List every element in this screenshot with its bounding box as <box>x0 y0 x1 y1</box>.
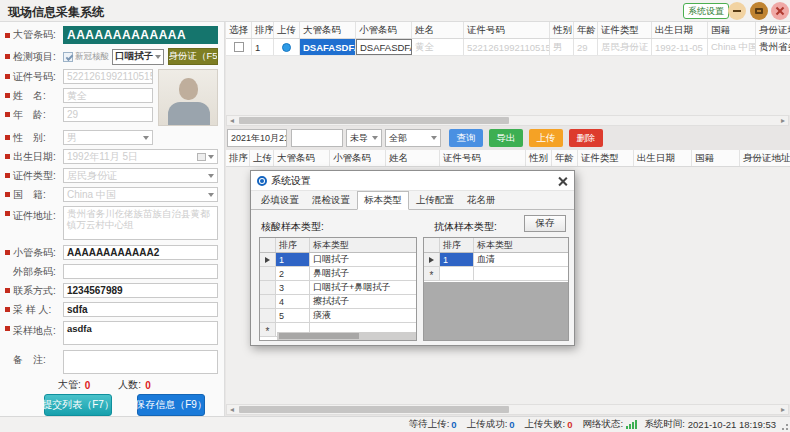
chevron-down-icon <box>372 136 378 140</box>
network-status-label: 网络状态: <box>583 418 624 431</box>
tab-sample-type[interactable]: 标本类型 <box>357 191 409 210</box>
people-count-value: 0 <box>145 380 151 391</box>
upload-button[interactable]: 上传 <box>529 129 563 147</box>
nationality-label: 国 籍: <box>13 188 63 202</box>
col-birth-date: 出生日期 <box>652 22 708 38</box>
scroll-left-icon[interactable]: ◂ <box>227 405 237 414</box>
row-checkbox[interactable] <box>234 42 244 52</box>
col-gender: 性别 <box>526 150 552 166</box>
tube-barcode-field[interactable]: AAAAAAAAAAAAA <box>63 26 218 44</box>
grid-row[interactable]: 3 口咽拭子+鼻咽拭子 <box>260 281 416 295</box>
export-button[interactable]: 导出 <box>489 129 523 147</box>
grid-hscrollbar[interactable] <box>277 332 416 340</box>
date-picker[interactable]: 2021年10月21日 <box>227 129 287 147</box>
top-table-empty-area <box>226 56 790 115</box>
bottom-table-hscrollbar[interactable]: ◂ ▸ <box>226 404 789 415</box>
tab-roster[interactable]: 花名册 <box>461 192 502 209</box>
delete-button[interactable]: 删除 <box>569 129 603 147</box>
tube-count-label: 大管: <box>58 378 81 392</box>
upload-status-icon[interactable] <box>282 43 291 52</box>
status-bar: 等待上传: 0 上传成功: 0 上传失败: 0 网络状态: 系统时间: 2021… <box>0 416 790 432</box>
scroll-right-icon[interactable]: ▸ <box>778 116 788 125</box>
required-marker <box>5 154 10 159</box>
grid-row[interactable]: 4 擦拭拭子 <box>260 295 416 309</box>
query-toolbar: 2021年10月21日 未导 全部 查询 导出 上传 删除 <box>227 128 790 148</box>
required-marker <box>5 74 10 79</box>
grid-row[interactable]: 5 痰液 <box>260 309 416 323</box>
query-button[interactable]: 查询 <box>449 129 483 147</box>
required-marker <box>5 288 10 293</box>
col-id-type: 证件类型 <box>598 22 652 38</box>
grid-row[interactable]: 1 口咽拭子 <box>260 253 416 267</box>
grid-new-row[interactable]: * <box>424 267 568 281</box>
dialog-close-icon[interactable] <box>558 176 568 186</box>
current-row-icon <box>429 257 434 263</box>
upload-success-value: 0 <box>509 419 514 430</box>
dialog-save-button[interactable]: 保存 <box>524 215 566 232</box>
id-address-field: 贵州省务川仡佬族苗族自治县黄都镇万云村中心组 <box>63 206 218 240</box>
app-window: 现场信息采集系统 系统设置 大管条码: AAAAAAAAAAAAA 检测项目: … <box>0 0 790 432</box>
col-gender: 性别 <box>550 22 574 38</box>
grid-empty-fill <box>424 282 568 340</box>
col-address: 身份证地址 <box>740 150 790 166</box>
bottom-table-header: 排序 上传 大管条码 小管条码 姓名 证件号码 性别 年龄 证件类型 出生日期 … <box>226 150 790 167</box>
small-tube-barcode-label: 小管条码: <box>13 246 63 260</box>
waiting-upload-value: 0 <box>451 419 456 430</box>
close-button[interactable] <box>771 2 789 20</box>
scrollbar-thumb[interactable] <box>239 406 509 413</box>
antibody-sample-type-label: 抗体样本类型: <box>434 220 497 234</box>
grid-row[interactable]: 1 血清 <box>424 253 568 267</box>
small-tube-barcode-field[interactable]: AAAAAAAAAAAA2 <box>63 245 218 260</box>
calendar-icon <box>197 153 206 161</box>
remarks-field[interactable] <box>63 350 218 374</box>
upload-success-label: 上传成功: <box>467 418 508 431</box>
col-id-type: 证件类型 <box>578 150 634 166</box>
selected-cell[interactable]: DSAFASDFAAAS <box>300 39 356 55</box>
minimize-button[interactable] <box>728 2 746 20</box>
sample-type-select[interactable]: 口咽拭子 <box>112 49 164 65</box>
export-filter-select[interactable]: 未导 <box>346 129 382 147</box>
system-settings-button[interactable]: 系统设置 <box>683 3 729 19</box>
save-info-button[interactable]: 保存信息（F9） <box>137 394 205 416</box>
scrollbar-thumb[interactable] <box>279 333 359 339</box>
new-row-icon: * <box>430 273 434 279</box>
photo-body-shape <box>168 102 210 126</box>
top-table-header: 选择 排序 上传 大管条码 小管条码 姓名 证件号码 性别 年龄 证件类型 出生… <box>226 22 790 39</box>
collection-form-panel: 大管条码: AAAAAAAAAAAAA 检测项目: 新冠核酸 口咽拭子 读身份证… <box>0 22 225 416</box>
covid-checkbox <box>63 52 73 62</box>
people-count-label: 人数: <box>118 378 141 392</box>
col-id-number: 证件号码 <box>464 22 550 38</box>
scroll-left-icon[interactable]: ◂ <box>227 116 237 125</box>
dialog-title-bar: 系统设置 <box>251 171 574 191</box>
tab-upload-config[interactable]: 上传配置 <box>410 192 460 209</box>
scrollbar-thumb[interactable] <box>239 117 509 124</box>
minimize-icon <box>733 10 741 12</box>
upload-failed-label: 上传失败: <box>525 418 566 431</box>
col-nationality: 国籍 <box>708 22 756 38</box>
table-row[interactable]: 1 DSAFASDFAAAS DSAFASDFAAAS1 黄全 52212619… <box>226 39 790 56</box>
scroll-right-icon[interactable]: ▸ <box>778 405 788 414</box>
title-bar: 现场信息采集系统 系统设置 <box>0 0 790 22</box>
sampler-field[interactable]: sdfa <box>63 302 218 317</box>
external-barcode-field[interactable] <box>63 264 218 279</box>
grid-row[interactable]: 2 鼻咽拭子 <box>260 267 416 281</box>
top-table-hscrollbar[interactable]: ◂ ▸ <box>226 115 789 126</box>
col-age: 年龄 <box>574 22 598 38</box>
search-input[interactable] <box>291 129 343 147</box>
settings-icon <box>257 176 267 186</box>
col-big-barcode: 大管条码 <box>274 150 330 166</box>
read-id-card-button[interactable]: 读身份证（F5） <box>168 48 218 65</box>
sampler-label: 采 样 人: <box>13 303 63 317</box>
tab-required-settings[interactable]: 必填设置 <box>255 192 305 209</box>
test-item-label: 检测项目: <box>13 50 63 64</box>
network-signal-icon <box>626 420 638 429</box>
sample-site-field[interactable]: asdfa <box>63 321 218 345</box>
chevron-down-icon <box>155 55 161 59</box>
type-filter-select[interactable]: 全部 <box>385 129 441 147</box>
col-order: 排序 <box>252 22 274 38</box>
tube-count-value: 0 <box>85 380 91 391</box>
submit-list-button[interactable]: 提交列表（F7） <box>44 394 112 416</box>
tab-mixed-test-settings[interactable]: 混检设置 <box>306 192 356 209</box>
maximize-button[interactable] <box>750 2 768 20</box>
contact-field[interactable]: 1234567989 <box>63 283 218 298</box>
